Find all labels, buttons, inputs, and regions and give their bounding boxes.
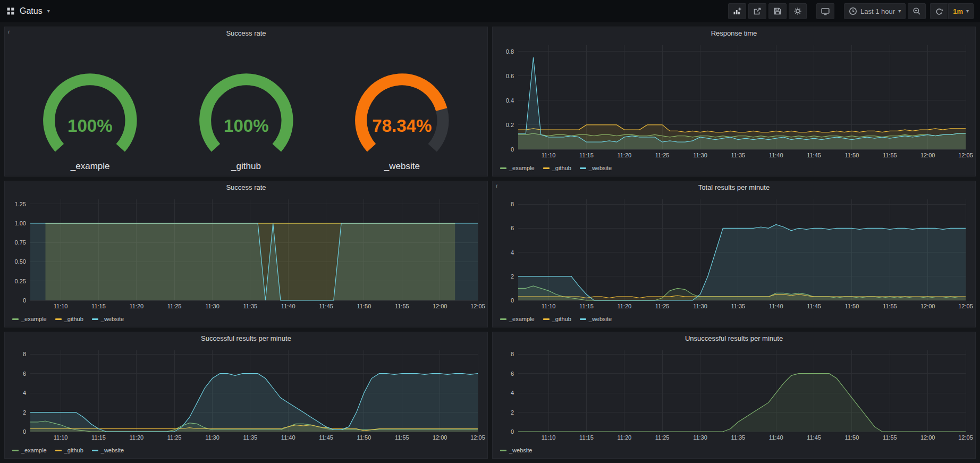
x-tick-label: 11:25 [167,303,182,309]
add-panel-button[interactable] [728,3,746,19]
chart-canvas[interactable]: 11:1011:1511:2011:2511:3011:3511:4011:45… [493,345,975,444]
legend-swatch [543,167,550,169]
refresh-button[interactable] [930,3,948,19]
time-range-label: Last 1 hour [860,7,895,15]
legend-item-_website[interactable]: _website [92,447,124,453]
x-tick-label: 11:15 [91,434,106,441]
panel-title[interactable]: Unsuccessful results per minute [493,332,975,345]
gauge-label: _example [71,161,110,172]
x-tick-label: 12:00 [920,303,935,309]
dashboard-title[interactable]: Gatus [20,6,43,16]
panel-title[interactable]: Response time [493,27,975,40]
x-tick-label: 11:35 [243,303,258,309]
legend-label: _github [64,316,83,322]
y-tick-label: 0 [23,428,26,435]
legend-item-_example[interactable]: _example [12,447,47,453]
y-tick-label: 1.25 [15,201,26,207]
y-tick-label: 4 [23,390,26,396]
panel-title[interactable]: Success rate [5,181,487,194]
x-tick-label: 11:35 [731,434,746,441]
x-tick-label: 11:25 [655,152,670,158]
legend-item-_github[interactable]: _github [55,316,83,322]
tv-mode-button[interactable] [816,3,834,19]
refresh-interval-caret-icon: ▾ [966,9,969,14]
chart-success-rate[interactable]: 11:1011:1511:2011:2511:3011:3511:4011:45… [5,194,487,313]
chart-canvas[interactable]: 11:1011:1511:2011:2511:3011:3511:4011:45… [5,345,487,444]
x-tick-label: 11:40 [769,303,783,309]
panel-success-rate-timeseries: Success rate 11:1011:1511:2011:2511:3011… [4,181,488,327]
legend-label: _website [589,316,612,322]
legend-item-_example[interactable]: _example [500,165,535,171]
time-range-picker[interactable]: Last 1 hour ▾ [844,3,906,19]
x-tick-label: 11:30 [693,303,707,309]
chart-unsuccessful-results[interactable]: 11:1011:1511:2011:2511:3011:3511:4011:45… [493,345,975,444]
save-button[interactable] [768,3,787,19]
legend-item-_website[interactable]: _website [580,316,612,322]
legend-item-_example[interactable]: _example [500,316,535,322]
chart-legend: _example_github_website [5,313,487,327]
chart-response-time[interactable]: 11:1011:1511:2011:2511:3011:3511:4011:45… [493,40,975,162]
x-tick-label: 11:10 [542,152,556,158]
x-tick-label: 11:55 [883,303,897,309]
gauge-_github: 100%_github [171,41,321,172]
y-tick-label: 0 [23,297,26,304]
legend-item-_github[interactable]: _github [543,165,571,171]
x-tick-label: 11:20 [617,152,631,158]
x-tick-label: 12:05 [470,303,485,309]
legend-item-_website[interactable]: _website [500,447,532,453]
panel-title[interactable]: Success rate [5,27,487,40]
x-tick-label: 11:55 [395,434,409,441]
panel-title[interactable]: Successful results per minute [5,332,487,345]
y-tick-label: 2 [23,409,26,416]
y-tick-label: 0.25 [15,278,26,284]
legend-swatch [580,318,586,320]
gauge-_example: 100%_example [15,41,165,172]
refresh-group: 1m ▾ [930,3,974,19]
x-tick-label: 11:20 [129,303,143,309]
legend-label: _example [21,316,47,322]
y-tick-label: 8 [23,351,26,357]
share-button[interactable] [748,3,766,19]
legend-label: _example [509,165,535,171]
legend-item-_github[interactable]: _github [55,447,83,453]
legend-swatch [12,318,19,320]
x-tick-label: 11:35 [731,303,746,309]
panel-info-icon[interactable]: i [8,28,10,35]
legend-item-_website[interactable]: _website [92,316,124,322]
refresh-interval-label: 1m [953,7,963,15]
panel-title[interactable]: Total results per minute [493,181,975,194]
gauge-value: 100% [224,116,269,136]
legend-swatch [12,450,19,451]
legend-item-_github[interactable]: _github [543,316,571,322]
x-tick-label: 11:10 [542,434,556,441]
y-tick-label: 2 [511,273,514,280]
settings-gear-icon-button[interactable] [789,3,807,19]
gauge-arc: 100% [20,72,160,160]
chart-total-results[interactable]: 11:1011:1511:2011:2511:3011:3511:4011:45… [493,194,975,313]
chart-canvas[interactable]: 11:1011:1511:2011:2511:3011:3511:4011:45… [493,40,975,162]
refresh-interval-dropdown[interactable]: 1m ▾ [948,3,974,19]
y-tick-label: 4 [511,390,514,396]
legend-swatch [580,167,586,169]
legend-item-_website[interactable]: _website [580,165,612,171]
legend-swatch [500,318,506,320]
dashboards-grid-icon[interactable] [6,7,15,15]
dashboard-caret-icon[interactable]: ▾ [47,9,50,14]
y-tick-label: 0.6 [506,73,514,79]
legend-item-_example[interactable]: _example [12,316,47,322]
x-tick-label: 11:15 [91,303,106,309]
x-tick-label: 11:40 [769,152,783,158]
legend-swatch [55,450,62,451]
y-tick-label: 8 [511,201,514,207]
y-tick-label: 2 [511,409,514,416]
panel-info-icon[interactable]: i [496,182,497,189]
chart-canvas[interactable]: 11:1011:1511:2011:2511:3011:3511:4011:45… [493,194,975,313]
legend-label: _website [589,165,612,171]
chart-successful-results[interactable]: 11:1011:1511:2011:2511:3011:3511:4011:45… [5,345,487,444]
chart-canvas[interactable]: 11:1011:1511:2011:2511:3011:3511:4011:45… [5,194,487,313]
x-tick-label: 11:15 [579,303,594,309]
x-tick-label: 12:00 [920,152,935,158]
zoom-out-button[interactable] [908,3,926,19]
legend-swatch [92,318,98,320]
navbar-right: Last 1 hour ▾ 1m ▾ [728,3,974,19]
